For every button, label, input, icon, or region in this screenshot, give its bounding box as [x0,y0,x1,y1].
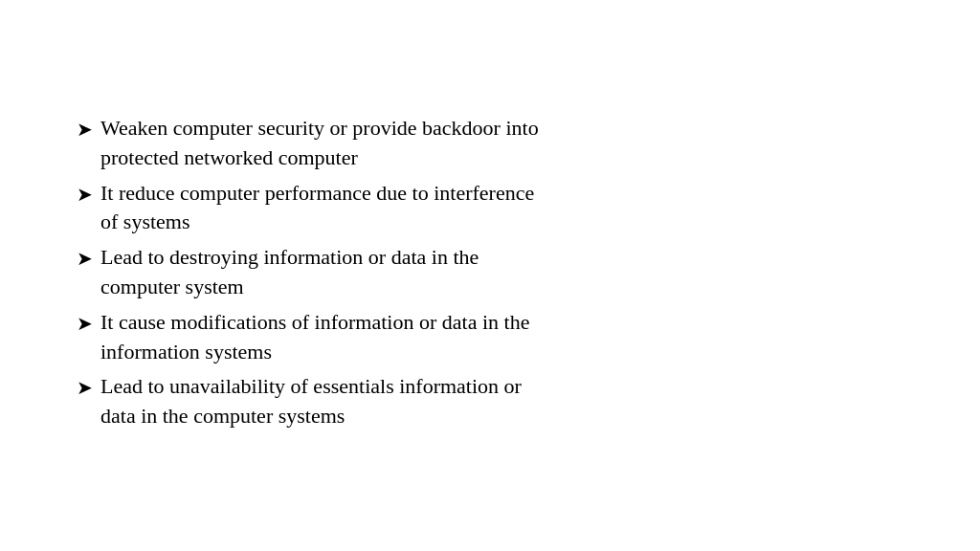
list-item: ➤ Lead to unavailability of essentials i… [77,372,903,431]
bullet-line1: It reduce computer performance due to in… [100,181,534,205]
bullet-line2: information systems [100,338,903,367]
bullet-line1: Weaken computer security or provide back… [100,116,539,140]
bullet-text-1: Weaken computer security or provide back… [100,114,903,173]
bullet-line1: Lead to unavailability of essentials inf… [100,374,522,398]
bullet-text-2: It reduce computer performance due to in… [100,179,903,238]
list-item: ➤ It cause modifications of information … [77,308,903,367]
slide-container: ➤ Weaken computer security or provide ba… [0,0,980,551]
bullet-list: ➤ Weaken computer security or provide ba… [77,114,903,437]
bullet-arrow-2: ➤ [77,181,93,208]
bullet-arrow-1: ➤ [77,116,93,143]
bullet-line2: computer system [100,273,903,302]
bullet-line1: Lead to destroying information or data i… [100,245,479,269]
list-item: ➤ Weaken computer security or provide ba… [77,114,903,173]
bullet-line1: It cause modifications of information or… [100,310,529,334]
bullet-line2: data in the computer systems [100,402,903,431]
list-item: ➤ Lead to destroying information or data… [77,243,903,302]
bullet-line2: of systems [100,208,903,237]
bullet-arrow-4: ➤ [77,310,93,337]
bullet-line2: protected networked computer [100,143,903,173]
bullet-text-3: Lead to destroying information or data i… [100,243,903,302]
bullet-arrow-5: ➤ [77,374,93,401]
list-item: ➤ It reduce computer performance due to … [77,179,903,238]
bullet-arrow-3: ➤ [77,245,93,272]
bullet-text-5: Lead to unavailability of essentials inf… [100,372,903,431]
bullet-text-4: It cause modifications of information or… [100,308,903,367]
